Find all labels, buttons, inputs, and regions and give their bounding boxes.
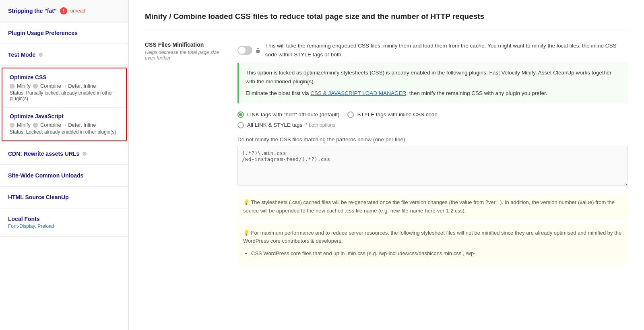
radio-link-tags-circle (237, 111, 244, 118)
sidebar-item-site-wide[interactable]: Site-Wide Common Unloads (0, 165, 128, 186)
optimize-css-inner: Optimize CSS Minify Combine + Defer, Inl… (2, 68, 126, 107)
optimize-css-options: Minify Combine + Defer, Inline (10, 83, 119, 89)
toggle-description: This will take the remaining enqueued CS… (265, 41, 628, 59)
sidebar-item-cdn-title: CDN: Rewrite assets URLs (8, 151, 79, 157)
exclude-label: Do not minify the CSS files matching the… (237, 136, 628, 142)
sidebar-item-plugin-usage[interactable]: Plugin Usage Preferences (0, 23, 128, 44)
optimize-js-options: Minify Combine + Defer, Inline (10, 122, 119, 128)
radio-all-tags-sub: * both options (305, 122, 335, 128)
exclude-textarea[interactable]: (.*?)\.min.css /wd-instagram-feed/(.*?).… (237, 146, 628, 186)
tip1-text: 💡 The stylesheets (.css) cached files wi… (243, 198, 622, 215)
sidebar-item-cdn[interactable]: CDN: Rewrite assets URLs (0, 143, 128, 165)
toggle-switch[interactable] (237, 46, 252, 55)
minify-dot-js (10, 123, 14, 128)
css-minification-row: CSS Files Minification Helps decrease th… (145, 41, 628, 264)
cdn-dot (83, 152, 87, 156)
radio-style-tags-circle (347, 111, 354, 118)
radio-link-tags[interactable]: LINK tags with "href" attribute (default… (237, 111, 339, 118)
info-box-locked: This option is locked as optimize/minify… (237, 63, 628, 103)
lock-icon (256, 47, 260, 53)
local-fonts-subtitle: Font-Display, Preload (8, 223, 120, 229)
optimize-css-title: Optimize CSS (10, 74, 119, 80)
page-title: Minify / Combine loaded CSS files to red… (145, 12, 628, 29)
optimize-js-title: Optimize JavaScript (10, 113, 119, 120)
main-content: Minify / Combine loaded CSS files to red… (129, 0, 644, 330)
optimize-js-inner: Optimize JavaScript Minify Combine + Def… (2, 107, 126, 140)
combine-label-css: Combine (40, 83, 61, 89)
svg-rect-0 (256, 50, 260, 53)
css-js-load-manager-link[interactable]: CSS & JAVASCRIPT LOAD MANAGER (310, 90, 406, 96)
info-line2-prefix: Eliminate the bloat first via (246, 90, 310, 96)
sidebar: Stripping the "fat" ! unread Plugin Usag… (0, 0, 129, 330)
sidebar-item-stripping-title: Stripping the "fat" (8, 8, 57, 14)
optimize-css-status: Status: Partially locked, already enable… (10, 90, 119, 101)
setting-control-col: This will take the remaining enqueued CS… (237, 41, 628, 264)
sidebar-item-html-cleanup[interactable]: HTML Source CleanUp (0, 187, 128, 208)
sidebar-item-local-fonts[interactable]: Local Fonts Font-Display, Preload (0, 208, 128, 237)
defer-inline-css: + Defer, Inline (64, 83, 96, 89)
combine-label-js: Combine (40, 122, 61, 128)
setting-label: CSS Files Minification (145, 41, 225, 48)
minify-dot-css (10, 84, 14, 89)
combine-dot-js (33, 123, 38, 128)
radio-all-tags-circle (237, 122, 244, 128)
optimize-css-section: Optimize CSS Minify Combine + Defer, Inl… (2, 68, 127, 141)
radio-all-tags[interactable]: All LINK & STYLE tags * both options (237, 122, 335, 128)
radio-group-2: All LINK & STYLE tags * both options (237, 122, 628, 128)
setting-label-col: CSS Files Minification Helps decrease th… (145, 41, 225, 264)
local-fonts-title: Local Fonts (8, 216, 120, 222)
toggle-locked-row: This will take the remaining enqueued CS… (237, 41, 628, 59)
radio-all-tags-label: All LINK & STYLE tags (247, 122, 302, 128)
bullet-list: CSS WordPress core files that end up in … (243, 250, 622, 258)
sidebar-item-test-mode-title: Test Mode (8, 52, 35, 58)
sidebar-item-stripping[interactable]: Stripping the "fat" ! unread (0, 0, 128, 22)
optimize-js-status: Status: Locked, already enabled in other… (10, 129, 119, 135)
bullet-item-1: CSS WordPress core files that end up in … (251, 250, 622, 258)
minify-label-css: Minify (17, 83, 31, 89)
setting-desc: Helps decrease the total page size even … (145, 50, 225, 61)
radio-group: LINK tags with "href" attribute (default… (237, 111, 628, 118)
sidebar-item-test-mode[interactable]: Test Mode (0, 44, 128, 66)
info-line2-suffix: , then minify the remaining CSS with any… (406, 90, 547, 96)
combine-dot-css (33, 84, 38, 89)
unread-label: unread (70, 8, 85, 14)
defer-inline-js: + Defer, Inline (64, 122, 96, 128)
tip2-text: 💡 For maximum performance and to reduce … (243, 229, 622, 246)
sidebar-item-site-wide-title: Site-Wide Common Unloads (8, 172, 83, 179)
unread-icon: ! (60, 7, 67, 14)
tip-box-1: 💡 The stylesheets (.css) cached files wi… (237, 194, 628, 220)
info-line1: This option is locked as optimize/minify… (246, 68, 621, 86)
sidebar-item-html-cleanup-title: HTML Source CleanUp (8, 194, 69, 200)
info-line2: Eliminate the bloat first via CSS & JAVA… (246, 89, 621, 98)
radio-style-tags[interactable]: STYLE tags with inline CSS code (347, 111, 438, 118)
radio-style-tags-label: STYLE tags with inline CSS code (357, 111, 438, 118)
radio-link-tags-label: LINK tags with "href" attribute (default… (247, 111, 339, 118)
sidebar-item-plugin-usage-title: Plugin Usage Preferences (8, 30, 78, 36)
minify-label-js: Minify (17, 122, 31, 128)
test-mode-dot (39, 53, 43, 57)
tip-box-2: 💡 For maximum performance and to reduce … (237, 224, 628, 264)
